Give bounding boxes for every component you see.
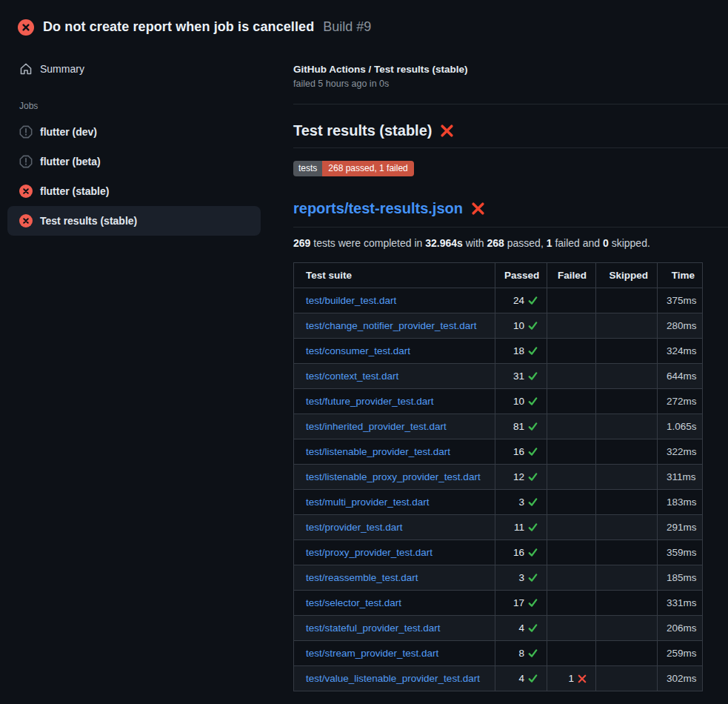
passed-count: 16	[513, 547, 524, 558]
test-results-table: Test suitePassedFailedSkippedTime test/b…	[293, 262, 703, 691]
suite-link[interactable]: test/reassemble_test.dart	[306, 572, 418, 583]
suite-link[interactable]: test/builder_test.dart	[306, 295, 396, 306]
suite-link[interactable]: test/context_test.dart	[306, 371, 398, 382]
sidebar-job-item[interactable]: Test results (stable)	[7, 206, 261, 236]
suite-link[interactable]: test/value_listenable_provider_test.dart	[306, 673, 480, 684]
suite-cell: test/inherited_provider_test.dart	[294, 414, 495, 439]
passed-count: 31	[513, 371, 524, 382]
suite-cell: test/provider_test.dart	[294, 515, 495, 540]
tests-status-badge: tests 268 passed, 1 failed	[293, 161, 414, 176]
jobs-section-label: Jobs	[19, 101, 274, 111]
check-icon	[528, 371, 538, 381]
breadcrumb: GitHub Actions / Test results (stable)	[293, 64, 728, 75]
suite-cell: test/value_listenable_provider_test.dart	[294, 666, 495, 691]
passed-count: 10	[513, 396, 524, 407]
suite-cell: test/selector_test.dart	[294, 591, 495, 616]
suite-link[interactable]: test/selector_test.dart	[306, 597, 401, 608]
table-row: test/stateful_provider_test.dart 4 206ms	[294, 616, 703, 641]
suite-cell: test/stateful_provider_test.dart	[294, 616, 495, 641]
summary-number: 268	[487, 237, 504, 249]
time-cell: 206ms	[658, 616, 703, 641]
sidebar-job-item[interactable]: flutter (stable)	[7, 176, 261, 206]
passed-count: 24	[513, 295, 524, 306]
passed-count: 17	[513, 597, 524, 608]
column-header: Time	[658, 263, 703, 288]
stop-octagon-icon	[19, 155, 33, 168]
run-title: Do not create report when job is cancell…	[43, 19, 314, 35]
skipped-cell	[596, 339, 658, 364]
skipped-cell	[596, 666, 658, 691]
suite-cell: test/future_provider_test.dart	[294, 389, 495, 414]
suite-link[interactable]: test/listenable_proxy_provider_test.dart	[306, 471, 481, 482]
suite-link[interactable]: test/change_notifier_provider_test.dart	[306, 320, 476, 331]
check-icon	[528, 648, 538, 658]
suite-link[interactable]: test/inherited_provider_test.dart	[306, 421, 447, 432]
suite-link[interactable]: test/provider_test.dart	[306, 522, 403, 533]
sidebar-job-item[interactable]: flutter (dev)	[7, 117, 261, 147]
suite-cell: test/consumer_test.dart	[294, 339, 495, 364]
time-cell: 311ms	[658, 465, 703, 490]
check-icon	[528, 674, 538, 683]
suite-link[interactable]: test/proxy_provider_test.dart	[306, 547, 433, 558]
passed-cell: 16	[495, 439, 547, 465]
check-icon	[528, 346, 538, 356]
passed-cell: 3	[495, 565, 547, 591]
passed-count: 4	[518, 673, 524, 684]
badge-value: 268 passed, 1 failed	[322, 161, 413, 176]
passed-count: 3	[518, 572, 524, 583]
suite-link[interactable]: test/stream_provider_test.dart	[306, 648, 438, 659]
column-header: Passed	[495, 263, 547, 288]
job-label: flutter (beta)	[40, 156, 101, 167]
table-row: test/builder_test.dart 24 375ms	[294, 288, 703, 313]
column-header: Test suite	[294, 263, 495, 288]
stop-octagon-icon	[19, 125, 33, 139]
check-icon	[528, 623, 538, 633]
table-row: test/context_test.dart 31 644ms	[294, 364, 703, 389]
failed-cell	[547, 616, 596, 641]
skipped-cell	[596, 565, 658, 591]
passed-cell: 17	[495, 591, 547, 616]
time-cell: 644ms	[658, 364, 703, 389]
skipped-cell	[596, 313, 658, 339]
suite-link[interactable]: test/stateful_provider_test.dart	[306, 622, 441, 634]
passed-count: 10	[513, 320, 524, 331]
suite-cell: test/listenable_proxy_provider_test.dart	[294, 465, 495, 490]
suite-link[interactable]: test/listenable_provider_test.dart	[306, 446, 450, 457]
time-cell: 183ms	[658, 490, 703, 515]
failed-cell	[547, 364, 596, 389]
passed-cell: 11	[495, 515, 547, 540]
check-icon	[528, 573, 538, 582]
report-file-link[interactable]: reports/test-results.json	[293, 200, 463, 217]
skipped-cell	[596, 540, 658, 565]
sidebar-job-item[interactable]: flutter (beta)	[7, 147, 261, 176]
time-cell: 322ms	[658, 439, 703, 465]
suite-link[interactable]: test/future_provider_test.dart	[306, 396, 434, 407]
failed-cell	[547, 465, 596, 490]
home-icon	[19, 62, 33, 76]
table-row: test/selector_test.dart 17 331ms	[294, 591, 703, 616]
main-content: GitHub Actions / Test results (stable) f…	[274, 41, 728, 691]
time-cell: 1.065s	[658, 414, 703, 439]
table-row: test/change_notifier_provider_test.dart …	[294, 313, 703, 339]
suite-link[interactable]: test/multi_provider_test.dart	[306, 497, 430, 508]
check-icon	[528, 296, 538, 305]
check-icon	[528, 548, 538, 557]
check-icon	[528, 396, 538, 406]
summary-text: passed,	[504, 237, 547, 249]
badge-label: tests	[293, 161, 322, 176]
suite-link[interactable]: test/consumer_test.dart	[306, 345, 410, 356]
failed-cell	[547, 389, 596, 414]
table-header-row: Test suitePassedFailedSkippedTime	[294, 263, 703, 288]
divider	[293, 104, 728, 104]
summary-text: with	[463, 237, 487, 249]
skipped-cell	[596, 641, 658, 666]
table-row: test/reassemble_test.dart 3 185ms	[294, 565, 703, 591]
summary-sentence: 269 tests were completed in 32.964s with…	[293, 237, 728, 249]
passed-cell: 4	[495, 616, 547, 641]
skipped-cell	[596, 591, 658, 616]
summary-number: 1	[547, 237, 552, 249]
failed-circle-x-icon	[18, 19, 34, 36]
check-icon	[528, 321, 538, 331]
table-row: test/future_provider_test.dart 10 272ms	[294, 389, 703, 414]
sidebar-item-summary[interactable]: Summary	[0, 55, 274, 83]
